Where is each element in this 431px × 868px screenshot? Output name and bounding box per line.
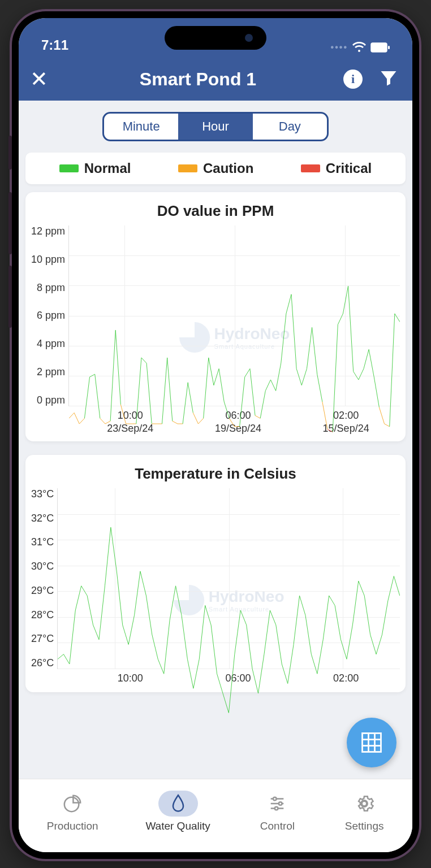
chart-card-do: DO value in PPM 12 ppm10 ppm8 ppm6 ppm4 … (25, 192, 406, 441)
chart-title-do: DO value in PPM (31, 202, 400, 220)
nav-settings[interactable]: Settings (344, 791, 384, 832)
legend-normal: Normal (59, 160, 131, 176)
segment-day[interactable]: Day (253, 114, 327, 140)
battery-icon (370, 42, 390, 53)
pie-chart-icon (63, 794, 82, 813)
segment-hour[interactable]: Hour (178, 114, 252, 140)
funnel-icon (378, 68, 399, 88)
y-axis-temp: 33°C32°C31°C30°C29°C28°C27°C26°C (31, 488, 57, 669)
legend-critical: Critical (301, 160, 372, 176)
nav-control[interactable]: Control (257, 791, 297, 832)
close-button[interactable]: ✕ (30, 67, 53, 92)
chart-card-temp: Temperature in Celsius 33°C32°C31°C30°C2… (25, 455, 406, 692)
y-axis-do: 12 ppm10 ppm8 ppm6 ppm4 ppm2 ppm0 ppm (31, 225, 68, 406)
cellular-dots-icon: •••• (331, 42, 348, 53)
svg-point-13 (275, 806, 278, 810)
svg-rect-2 (363, 734, 381, 752)
legend-swatch-critical (301, 164, 320, 172)
legend-swatch-caution (178, 164, 197, 172)
segment-minute[interactable]: Minute (104, 114, 178, 140)
sliders-icon (268, 794, 287, 813)
svg-point-14 (362, 801, 367, 806)
status-time: 7:11 (41, 37, 68, 53)
plot-area-temp[interactable]: HydroNeo Smart Aquaculture (57, 488, 400, 669)
gear-icon (355, 794, 374, 813)
wifi-icon (352, 42, 366, 53)
page-title: Smart Pond 1 (62, 69, 334, 90)
plot-area-do[interactable]: HydroNeo Smart Aquaculture (68, 225, 400, 406)
svg-point-7 (64, 797, 79, 811)
filter-button[interactable] (378, 68, 401, 90)
svg-point-11 (279, 802, 282, 805)
bottom-nav: Production Water Quality Control Setting… (19, 779, 412, 852)
svg-rect-1 (388, 46, 390, 49)
grid-icon (359, 730, 384, 755)
water-drop-icon (170, 794, 186, 813)
info-button[interactable]: i (343, 70, 363, 89)
chart-title-temp: Temperature in Celsius (31, 465, 400, 483)
status-icons: •••• (331, 42, 390, 53)
table-view-fab[interactable] (347, 718, 396, 767)
svg-rect-0 (371, 43, 387, 52)
legend-card: Normal Caution Critical (25, 153, 406, 184)
header-bar: ✕ Smart Pond 1 i (19, 58, 412, 101)
legend-swatch-normal (59, 164, 79, 172)
nav-production[interactable]: Production (47, 791, 98, 832)
svg-point-9 (273, 797, 277, 800)
nav-water-quality[interactable]: Water Quality (145, 791, 210, 832)
time-range-segmented: Minute Hour Day (102, 112, 329, 141)
legend-caution: Caution (178, 160, 253, 176)
